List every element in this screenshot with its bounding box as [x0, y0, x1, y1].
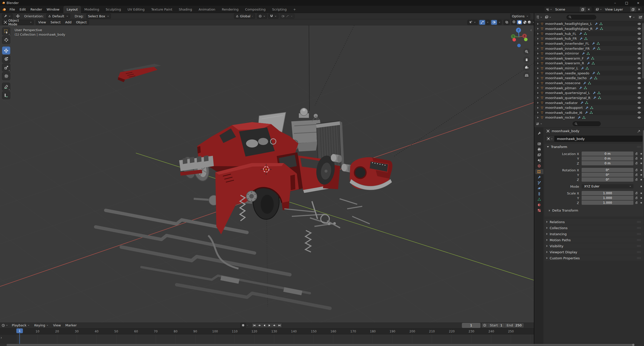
tab-constraints[interactable] — [536, 191, 543, 196]
playhead-line[interactable] — [19, 333, 20, 344]
timeline-scrollbar-handle[interactable] — [632, 344, 634, 346]
eye-icon[interactable] — [637, 22, 641, 26]
outliner-row[interactable]: ▽moonhawk_lowerarm_F — [534, 56, 644, 61]
animate-dot[interactable] — [640, 197, 642, 199]
tab-compositing[interactable]: Compositing — [242, 6, 269, 13]
tool-cursor[interactable] — [2, 36, 10, 44]
eye-icon[interactable] — [637, 67, 641, 70]
lock-icon[interactable] — [635, 152, 638, 155]
drag-dropdown[interactable]: Select Box — [86, 14, 111, 19]
eye-icon[interactable] — [637, 37, 641, 40]
add-workspace-button[interactable]: + — [290, 6, 299, 13]
viewport-menu-add[interactable]: Add — [63, 20, 74, 25]
outliner-row[interactable]: ▽moonhawk_headlightglass_R — [534, 26, 644, 31]
rotation-y-field[interactable]: 0° — [582, 173, 633, 177]
disclosure-icon[interactable] — [537, 47, 539, 50]
object-name[interactable]: moonhawk_lowerarm_R — [545, 61, 584, 65]
disclosure-icon[interactable] — [537, 42, 539, 44]
model-nosecone[interactable] — [350, 157, 392, 190]
overlays-dropdown[interactable] — [497, 20, 502, 25]
object-name[interactable]: moonhawk_pitman — [545, 86, 576, 90]
tool-rotate[interactable] — [2, 55, 10, 63]
object-types-visibility-dropdown[interactable] — [467, 20, 478, 25]
disclosure-icon[interactable] — [537, 62, 539, 64]
tool-select-box[interactable] — [2, 27, 10, 35]
object-name[interactable]: moonhawk_mirror_L — [545, 66, 578, 70]
eye-icon[interactable] — [637, 27, 641, 30]
zoom-button[interactable] — [523, 48, 530, 55]
tab-sculpting[interactable]: Sculpting — [102, 6, 124, 13]
auto-keying-button[interactable] — [240, 323, 246, 328]
viewport-menu-object[interactable]: Object — [74, 20, 89, 25]
viewport-3d[interactable]: User Perspective (1) Collection | moonha… — [0, 25, 534, 322]
eye-icon[interactable] — [637, 76, 641, 80]
animate-dot[interactable] — [640, 179, 642, 180]
breadcrumb-object-name[interactable]: moonhawk_body — [552, 129, 579, 133]
object-name[interactable]: moonhawk_innerfender_FL — [545, 42, 589, 45]
shading-wireframe-button[interactable] — [512, 20, 516, 24]
delta-transform-panel[interactable]: Delta Transform — [549, 209, 578, 212]
outliner-row[interactable]: ▽moonhawk_intmirror — [534, 51, 644, 56]
tab-object[interactable] — [535, 169, 543, 174]
viewport-menu-select[interactable]: Select — [48, 20, 63, 25]
scene-browse-button[interactable] — [544, 7, 554, 12]
tab-material[interactable] — [536, 202, 543, 207]
minimize-button[interactable]: – — [609, 0, 621, 6]
maximize-button[interactable]: □ — [621, 0, 632, 6]
outliner-row[interactable]: ▽moonhawk_hub_FL — [534, 31, 644, 36]
menu-file[interactable]: File — [7, 6, 17, 13]
properties-search-input[interactable] — [573, 121, 601, 126]
outliner-row[interactable]: ▽moonhawk_headlightglass_L — [534, 21, 644, 26]
mode-dropdown[interactable]: Object Mode — [2, 20, 34, 25]
tab-world[interactable] — [536, 163, 543, 168]
object-name[interactable]: moonhawk_rocker — [545, 116, 575, 119]
outliner-search-input[interactable] — [567, 15, 596, 20]
eye-icon[interactable] — [637, 116, 641, 119]
eye-icon[interactable] — [637, 111, 641, 114]
custom-properties-panel[interactable]: Custom Properties∷∷ — [544, 255, 643, 261]
menu-edit[interactable]: Edit — [17, 6, 28, 13]
editor-type-button[interactable] — [2, 14, 13, 19]
outliner-row[interactable]: ▽moonhawk_rocker — [534, 115, 644, 120]
gizmo-axis-negz[interactable] — [517, 44, 521, 47]
object-name[interactable]: moonhawk_intmirror — [545, 52, 579, 55]
disclosure-icon[interactable] — [537, 57, 539, 59]
eye-icon[interactable] — [637, 57, 641, 60]
timeline-menu-marker[interactable]: Marker — [63, 322, 79, 328]
outliner-row[interactable]: ▽moonhawk_needle_tacho — [534, 76, 644, 81]
sidebar-expand-arrow[interactable]: ‹ — [530, 28, 532, 32]
object-id-icon-button[interactable] — [545, 136, 554, 142]
properties-scrollbar[interactable] — [643, 130, 644, 178]
use-preview-range-button[interactable] — [482, 324, 488, 327]
scene-new-button[interactable] — [579, 7, 586, 12]
animate-dot[interactable] — [640, 158, 642, 159]
disclosure-icon[interactable] — [537, 97, 539, 99]
navigation-gizmo[interactable]: Z Y X — [503, 25, 533, 52]
visibility-panel[interactable]: Visibility∷∷ — [544, 243, 643, 249]
disclosure-icon[interactable] — [537, 82, 539, 84]
view-layer-new-button[interactable] — [630, 7, 636, 12]
view-layer-remove-button[interactable] — [636, 7, 642, 12]
tab-layout[interactable]: Layout — [63, 6, 81, 13]
object-name[interactable]: moonhawk_innerfender_FR — [545, 47, 590, 51]
tab-texture[interactable] — [536, 208, 543, 213]
transform-orientation-dropdown[interactable]: Global — [234, 14, 255, 19]
eye-icon[interactable] — [637, 52, 641, 55]
view-layer-name[interactable]: View Layer — [603, 8, 630, 11]
outliner-row[interactable]: ▽moonhawk_lowerarm_R — [534, 61, 644, 66]
timeline-menu-keying[interactable]: Keying — [32, 322, 51, 328]
show-overlays-toggle[interactable] — [491, 20, 497, 25]
play-button[interactable] — [267, 323, 272, 328]
location-x-field[interactable]: 0 m — [582, 152, 633, 156]
properties-editor-type-button[interactable] — [536, 122, 542, 126]
lock-icon[interactable] — [635, 162, 638, 165]
proportional-editing-dropdown[interactable] — [280, 14, 295, 19]
scene-name[interactable]: Scene — [554, 8, 579, 11]
orientation-dropdown[interactable]: Default — [46, 14, 70, 19]
timeline-body[interactable] — [0, 334, 534, 344]
outliner-row[interactable]: ▽moonhawk_nosecone — [534, 81, 644, 86]
lock-icon[interactable] — [635, 201, 638, 204]
outliner-row[interactable]: ▽moonhawk_quartersignal_R — [534, 95, 644, 101]
object-name[interactable]: moonhawk_hub_FR — [545, 37, 577, 40]
options-dropdown[interactable]: Options — [510, 14, 530, 19]
